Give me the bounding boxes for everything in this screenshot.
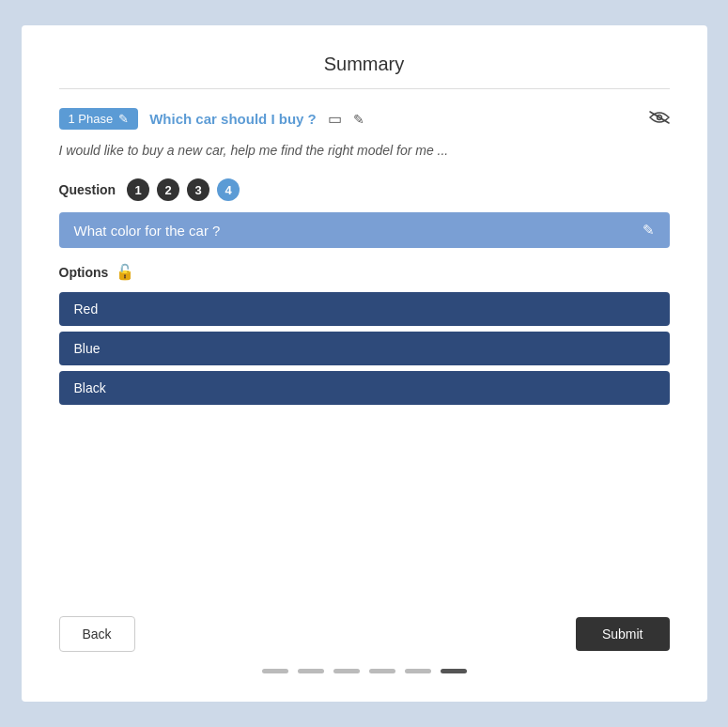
- option-item-blue[interactable]: Blue: [59, 332, 670, 365]
- options-list: Red Blue Black: [59, 292, 670, 410]
- phase-title: Which car should I buy ?: [149, 111, 317, 127]
- dot-4: [369, 669, 395, 673]
- phase-badge[interactable]: 1 Phase ✎: [59, 108, 139, 130]
- hide-icon[interactable]: [649, 109, 670, 129]
- question-edit-icon[interactable]: ✎: [643, 222, 655, 239]
- question-row: Question 1 2 3 4: [59, 178, 670, 201]
- collapse-icon[interactable]: ▭: [328, 110, 342, 128]
- options-label: Options: [59, 265, 109, 280]
- phase-badge-label: 1 Phase: [69, 112, 114, 126]
- options-row: Options 🔓: [59, 263, 670, 281]
- main-card: Summary 1 Phase ✎ Which car should I buy…: [22, 25, 707, 702]
- question-label: Question: [59, 182, 116, 197]
- option-item-red[interactable]: Red: [59, 292, 670, 326]
- phase-row: 1 Phase ✎ Which car should I buy ? ▭ ✎: [59, 108, 670, 130]
- footer: Back Submit: [59, 597, 670, 652]
- dot-1: [262, 669, 288, 673]
- dot-6: [441, 669, 467, 673]
- phase-description: I would like to buy a new car, help me f…: [59, 143, 670, 158]
- lock-icon: 🔓: [116, 263, 134, 281]
- question-num-1[interactable]: 1: [127, 178, 149, 201]
- question-num-4[interactable]: 4: [217, 178, 240, 201]
- dot-5: [405, 669, 431, 673]
- option-item-black[interactable]: Black: [59, 371, 670, 405]
- dot-2: [298, 669, 324, 673]
- question-num-3[interactable]: 3: [187, 178, 209, 201]
- question-num-2[interactable]: 2: [157, 178, 179, 201]
- question-box: What color for the car ? ✎: [59, 212, 670, 248]
- question-text: What color for the car ?: [74, 223, 221, 239]
- pagination: [59, 669, 670, 673]
- page-title: Summary: [59, 54, 670, 89]
- phase-row-left: 1 Phase ✎ Which car should I buy ? ▭ ✎: [59, 108, 364, 130]
- phase-icons: [649, 109, 670, 129]
- phase-pen-icon[interactable]: ✎: [353, 112, 364, 127]
- phase-edit-icon[interactable]: ✎: [118, 112, 129, 126]
- back-button[interactable]: Back: [59, 616, 135, 652]
- dot-3: [333, 669, 360, 673]
- submit-button[interactable]: Submit: [576, 617, 670, 651]
